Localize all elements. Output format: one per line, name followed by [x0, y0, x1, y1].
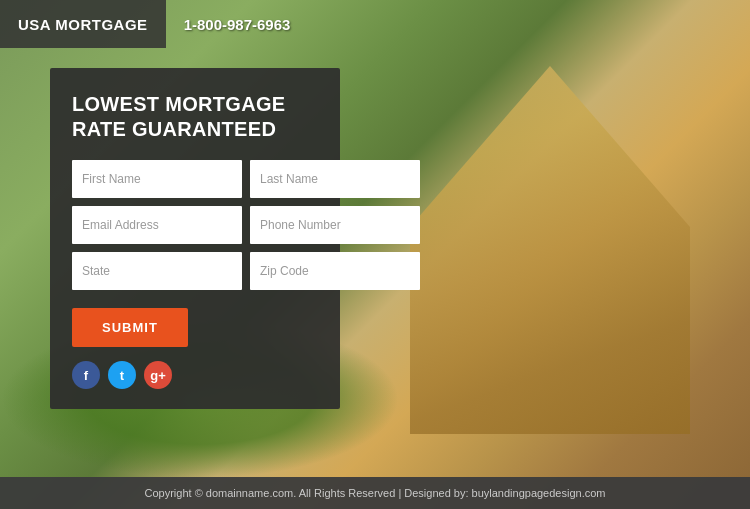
- twitter-icon[interactable]: t: [108, 361, 136, 389]
- contact-row: [72, 206, 318, 244]
- phone-number: 1-800-987-6963: [166, 6, 309, 43]
- social-icons-row: f t g+: [72, 361, 318, 389]
- form-panel: LOWEST MORTGAGE RATE GUARANTEED SUBMIT f…: [50, 68, 340, 409]
- submit-button[interactable]: SUBMIT: [72, 308, 188, 347]
- footer-text: Copyright © domainname.com. All Rights R…: [145, 487, 606, 499]
- state-input[interactable]: [72, 252, 242, 290]
- facebook-icon[interactable]: f: [72, 361, 100, 389]
- email-input[interactable]: [72, 206, 242, 244]
- name-row: [72, 160, 318, 198]
- last-name-input[interactable]: [250, 160, 420, 198]
- header: USA MORTGAGE 1-800-987-6963: [0, 0, 750, 48]
- google-icon[interactable]: g+: [144, 361, 172, 389]
- first-name-input[interactable]: [72, 160, 242, 198]
- phone-input[interactable]: [250, 206, 420, 244]
- location-row: [72, 252, 318, 290]
- brand-name: USA MORTGAGE: [18, 16, 148, 33]
- zip-input[interactable]: [250, 252, 420, 290]
- footer: Copyright © domainname.com. All Rights R…: [0, 477, 750, 509]
- brand-logo: USA MORTGAGE: [0, 0, 166, 48]
- form-title: LOWEST MORTGAGE RATE GUARANTEED: [72, 92, 318, 142]
